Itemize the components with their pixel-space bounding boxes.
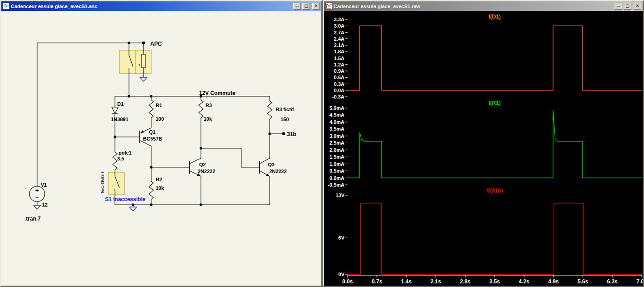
schematic-maximize-button[interactable]: □ <box>302 3 310 9</box>
y-axis-tick-label: 3.0mA <box>329 133 344 139</box>
x-axis-tick-label: 4.9s <box>548 278 559 285</box>
trace-label-I(D1)[interactable]: I(D1) <box>489 14 501 20</box>
y-axis-tick-label: 6V <box>339 235 345 240</box>
trace-label-I(R1)[interactable]: I(R1) <box>489 100 501 106</box>
y-axis-tick-label: 0.6A <box>334 75 344 80</box>
trace-V(31b) <box>348 203 642 275</box>
schematic-window-title: Cadenceur essuie glace_avecS1.asc <box>11 4 292 9</box>
label-q2-name[interactable]: Q2 <box>199 162 206 167</box>
trace-I(D1) <box>348 26 642 90</box>
y-axis-tick-label: -0.5mA <box>328 182 344 188</box>
wires <box>37 43 284 207</box>
y-axis-tick-label: 1.5A <box>334 56 344 61</box>
component-r3-fictif-resistor[interactable] <box>267 96 272 130</box>
y-axis-tick-label: 2.7A <box>334 30 344 35</box>
label-r3-name[interactable]: R3 <box>205 103 212 108</box>
ground-icon <box>140 77 147 81</box>
schematic-window: Cadenceur essuie glace_avecS1.asc — □ ✕ <box>0 0 323 287</box>
label-r2-name[interactable]: R2 <box>156 177 162 182</box>
x-axis-tick-label: 7.0s <box>636 278 643 285</box>
label-s1[interactable]: S1 inaccessible <box>105 196 146 202</box>
y-axis-tick-label: 0.9A <box>334 68 344 74</box>
waveform-canvas[interactable]: I(D1)3.3A3.0A2.7A2.4A2.1A1.8A1.5A1.2A0.9… <box>324 11 643 285</box>
waveform-file-icon <box>325 3 332 9</box>
x-axis-tick-label: 0.0s <box>342 278 353 285</box>
x-axis-tick-label: 6.3s <box>607 278 618 285</box>
label-r3-value[interactable]: 10k <box>204 116 212 122</box>
label-r3-fictif-name[interactable]: R3 fictif <box>276 107 294 112</box>
label-q1-name[interactable]: Q1 <box>149 129 156 135</box>
component-r2-resistor[interactable] <box>149 178 153 205</box>
schematic-close-button[interactable]: ✕ <box>312 3 320 9</box>
component-d1-diode[interactable] <box>112 107 118 113</box>
component-pole1-resistor[interactable] <box>113 148 117 172</box>
waveform-maximize-button[interactable]: □ <box>624 3 631 9</box>
trace-I(R1) <box>348 110 642 178</box>
label-r1-name[interactable]: R1 <box>156 103 162 108</box>
label-d1-value[interactable]: 1N3891 <box>111 117 129 122</box>
schematic-minimize-button[interactable]: — <box>293 3 301 9</box>
component-s1-switch-box[interactable] <box>108 172 124 194</box>
label-pole1-name[interactable]: pole1 <box>119 150 132 155</box>
component-switch-block[interactable] <box>119 50 151 74</box>
waveform-minimize-button[interactable]: — <box>615 3 622 9</box>
y-axis-tick-label: 5.0mA <box>329 105 344 111</box>
waveform-window-title: Cadenceur essuie glace_avecS1.raw <box>334 4 613 9</box>
net-label-12v-commute[interactable]: 12V Commute <box>199 90 235 96</box>
component-r3-resistor[interactable] <box>199 96 203 128</box>
schematic-editor-area[interactable]: APC 12V Commute 31b D1 1N3891 R1 100 R3 … <box>1 11 321 286</box>
y-axis-tick-label: 4.5mA <box>329 112 344 118</box>
y-axis-tick-label: 1.5mA <box>329 154 344 160</box>
y-axis-tick-label: 0.0A <box>334 88 344 93</box>
label-r2-value[interactable]: 10k <box>156 185 164 191</box>
label-q3-value[interactable]: 2N2222 <box>269 169 287 174</box>
label-q1-value[interactable]: BC557B <box>143 136 162 141</box>
label-v1-value[interactable]: 12 <box>42 202 48 207</box>
net-label-31b[interactable]: 31b <box>287 131 296 137</box>
x-axis-tick-label: 5.6s <box>577 278 588 285</box>
component-v1-source[interactable] <box>29 186 45 202</box>
schematic-canvas[interactable]: APC 12V Commute 31b D1 1N3891 R1 100 R3 … <box>1 11 321 285</box>
component-r1-resistor[interactable] <box>149 96 153 128</box>
y-axis-tick-label: 2.1A <box>334 42 344 48</box>
label-d1-name[interactable]: D1 <box>117 101 124 107</box>
y-axis-tick-label: 2.0mA <box>329 147 344 153</box>
y-axis-tick-label: 0.0mA <box>329 175 344 181</box>
spice-directive[interactable]: .tran 7 <box>24 216 41 222</box>
waveform-plot-area[interactable]: I(D1)3.3A3.0A2.7A2.4A2.1A1.8A1.5A1.2A0.9… <box>324 11 643 286</box>
y-axis-tick-label: 3.5mA <box>329 126 344 132</box>
y-axis-tick-label: 1.8A <box>334 49 344 54</box>
label-r1-value[interactable]: 100 <box>156 116 164 122</box>
x-axis-tick-label: 2.1s <box>430 278 441 285</box>
trace-label-V(31b)[interactable]: V(31b) <box>487 188 503 194</box>
net-label-apc[interactable]: APC <box>150 41 162 47</box>
waveform-titlebar[interactable]: Cadenceur essuie glace_avecS1.raw — □ ✕ <box>324 1 643 11</box>
x-axis-tick-label: 0.7s <box>372 278 382 285</box>
schematic-file-icon <box>3 3 10 9</box>
x-axis-tick-label: 1.4s <box>401 278 412 285</box>
label-s1-param[interactable]: Ton1=3Toff1=8 <box>101 171 104 193</box>
y-axis-tick-label: 0.5mA <box>329 168 344 174</box>
label-q3-name[interactable]: Q3 <box>268 162 275 167</box>
x-axis-tick-label: 3.5s <box>489 278 500 285</box>
label-thermal-param[interactable]: tt <box>138 64 141 66</box>
y-axis-tick-label: 3.3A <box>334 17 344 22</box>
ground-icon <box>129 207 137 211</box>
net-flag-apc <box>142 42 145 44</box>
ground-icon <box>33 205 41 209</box>
component-q3-transistor[interactable] <box>260 158 270 176</box>
x-axis-tick-label: 2.8s <box>460 278 471 285</box>
y-axis-tick-label: 0V <box>339 272 345 277</box>
label-pole1-value[interactable]: 3.5 <box>117 156 124 161</box>
y-axis-tick-label: 2.4A <box>334 36 344 42</box>
schematic-titlebar[interactable]: Cadenceur essuie glace_avecS1.asc — □ ✕ <box>1 1 321 11</box>
net-flag-31b <box>282 132 285 135</box>
label-r3-fictif-value[interactable]: 150 <box>281 117 289 122</box>
y-axis-tick-label: -0.3A <box>332 94 344 99</box>
y-axis-tick-label: 3.0A <box>334 23 344 28</box>
y-axis-tick-label: 1.0mA <box>329 161 344 167</box>
y-axis-tick-label: 13V <box>335 193 344 198</box>
waveform-close-button[interactable]: ✕ <box>634 3 641 9</box>
label-q2-value[interactable]: 2N2222 <box>198 169 215 174</box>
label-v1-name[interactable]: V1 <box>41 182 47 188</box>
